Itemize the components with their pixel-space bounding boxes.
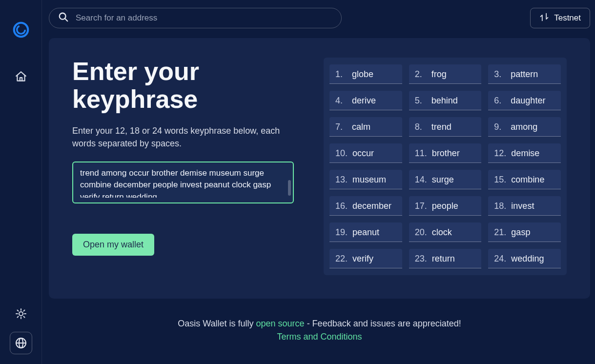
- word-cell: 5.behind: [409, 91, 482, 110]
- word-index: 18.: [494, 201, 506, 211]
- word-cell: 22.verify: [329, 249, 402, 268]
- word-index: 24.: [494, 254, 506, 264]
- word-value: occur: [352, 148, 374, 159]
- word-value: among: [511, 122, 537, 132]
- svg-line-15: [65, 19, 68, 21]
- word-index: 9.: [494, 122, 506, 132]
- word-cell: 15.combine: [488, 170, 561, 189]
- svg-line-9: [17, 317, 18, 318]
- theme-icon[interactable]: [15, 307, 27, 320]
- footer-prefix: Oasis Wallet is fully: [178, 319, 256, 328]
- word-cell: 19.peanut: [329, 222, 402, 242]
- word-value: behind: [431, 96, 458, 106]
- word-index: 8.: [415, 122, 427, 132]
- search-input[interactable]: [76, 13, 332, 23]
- word-cell: 21.gasp: [488, 222, 561, 242]
- word-index: 21.: [494, 227, 506, 238]
- word-value: daughter: [511, 96, 545, 106]
- word-cell: 17.people: [409, 196, 482, 216]
- network-label: Testnet: [554, 13, 581, 23]
- word-cell: 11.brother: [409, 143, 482, 163]
- word-cell: 12.demise: [488, 143, 561, 163]
- word-cell: 2.frog: [409, 64, 482, 84]
- page-title: Enter your keyphrase: [72, 58, 294, 113]
- word-value: invest: [511, 201, 534, 211]
- word-value: clock: [432, 227, 452, 238]
- word-index: 22.: [335, 254, 348, 264]
- search-icon: [58, 12, 69, 24]
- open-wallet-button[interactable]: Open my wallet: [72, 234, 154, 256]
- word-value: gasp: [511, 227, 530, 238]
- word-value: return: [432, 254, 455, 264]
- word-cell: 20.clock: [409, 222, 482, 242]
- svg-line-8: [23, 317, 24, 318]
- word-index: 10.: [335, 148, 348, 159]
- word-value: derive: [352, 96, 376, 106]
- search-box[interactable]: [49, 8, 342, 28]
- word-index: 11.: [415, 148, 427, 159]
- word-index: 4.: [335, 96, 347, 106]
- word-value: museum: [352, 175, 386, 185]
- language-button[interactable]: [10, 332, 32, 354]
- oasis-logo: [12, 20, 30, 39]
- word-index: 6.: [494, 96, 506, 106]
- footer: Oasis Wallet is fully open source - Feed…: [49, 317, 590, 344]
- svg-point-2: [19, 312, 23, 316]
- network-selector[interactable]: Testnet: [530, 8, 590, 28]
- word-index: 23.: [415, 254, 427, 264]
- word-cell: 8.trend: [409, 117, 482, 137]
- keyphrase-input[interactable]: [80, 167, 286, 198]
- word-index: 12.: [494, 148, 506, 159]
- word-index: 14.: [415, 175, 427, 185]
- word-index: 13.: [335, 175, 348, 185]
- terms-link[interactable]: Terms and Conditions: [277, 332, 362, 342]
- word-cell: 18.invest: [488, 196, 561, 216]
- word-index: 19.: [335, 227, 348, 238]
- word-cell: 7.calm: [329, 117, 402, 137]
- word-value: december: [352, 201, 391, 211]
- main-area: Testnet Enter your keyphrase Enter your …: [42, 0, 595, 364]
- words-panel: 1.globe2.frog3.pattern4.derive5.behind6.…: [324, 58, 567, 275]
- word-index: 16.: [335, 201, 348, 211]
- svg-line-7: [17, 310, 18, 311]
- word-value: brother: [432, 148, 460, 159]
- word-index: 15.: [494, 175, 506, 185]
- word-value: people: [432, 201, 458, 211]
- topbar: Testnet: [49, 8, 590, 28]
- page-subtitle: Enter your 12, 18 or 24 words keyphrase …: [72, 125, 294, 149]
- word-value: frog: [431, 69, 447, 80]
- word-value: trend: [431, 122, 451, 132]
- word-cell: 23.return: [409, 249, 482, 268]
- word-value: wedding: [511, 254, 544, 264]
- home-icon[interactable]: [15, 70, 27, 83]
- open-source-link[interactable]: open source: [256, 319, 305, 328]
- scrollbar[interactable]: [288, 180, 291, 196]
- word-cell: 3.pattern: [488, 64, 561, 84]
- word-index: 7.: [335, 122, 347, 132]
- word-index: 3.: [494, 69, 506, 80]
- word-index: 20.: [415, 227, 427, 238]
- word-value: combine: [511, 175, 544, 185]
- word-cell: 4.derive: [329, 91, 402, 110]
- word-index: 17.: [415, 201, 427, 211]
- keyphrase-card: Enter your keyphrase Enter your 12, 18 o…: [49, 38, 590, 299]
- word-value: globe: [352, 69, 373, 80]
- word-cell: 24.wedding: [488, 249, 561, 268]
- footer-suffix: - Feedback and issues are appreciated!: [305, 319, 461, 328]
- word-cell: 9.among: [488, 117, 561, 137]
- word-cell: 14.surge: [409, 170, 482, 189]
- word-cell: 1.globe: [329, 64, 402, 84]
- word-index: 2.: [415, 69, 427, 80]
- word-value: verify: [352, 254, 373, 264]
- svg-point-1: [17, 26, 25, 34]
- sidebar: [0, 0, 42, 364]
- word-index: 5.: [415, 96, 427, 106]
- keyphrase-input-wrap[interactable]: [72, 162, 294, 203]
- word-value: demise: [511, 148, 539, 159]
- word-index: 1.: [335, 69, 347, 80]
- word-value: calm: [352, 122, 370, 132]
- svg-line-10: [23, 310, 24, 311]
- word-cell: 16.december: [329, 196, 402, 216]
- word-value: pattern: [511, 69, 538, 80]
- swap-icon: [539, 12, 549, 24]
